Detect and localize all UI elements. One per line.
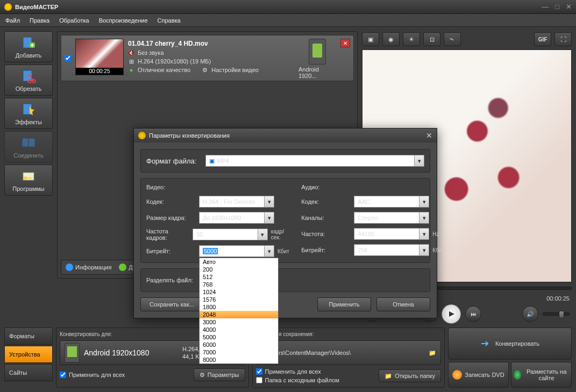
audio-codec-combo[interactable]: AAC▾ [354, 196, 429, 208]
file-device[interactable]: Android 1920... [298, 39, 336, 79]
adjust-tool[interactable]: ◉ [382, 32, 400, 46]
publish-button[interactable]: Разместить на сайте [511, 362, 572, 388]
bitrate-option[interactable]: 5000 [200, 333, 278, 341]
bitrate-option[interactable]: 768 [200, 281, 278, 288]
info-button[interactable]: Информация [66, 263, 111, 271]
dialog-titlebar[interactable]: Параметры конвертирования ✕ [134, 129, 437, 142]
menu-edit[interactable]: Правка [30, 17, 49, 24]
frame-tool[interactable]: ⊡ [423, 32, 440, 46]
bitrate-option[interactable]: 1800 [200, 303, 278, 311]
sidebar: Добавить Обрезать Эффекты Соединить Прог… [4, 31, 53, 323]
file-thumbnail[interactable]: 00:00:25 [75, 39, 124, 75]
sidebar-cut[interactable]: Обрезать [4, 65, 53, 96]
folder-path[interactable]: C:\Users\ContentManager\Videos\ 📁 [256, 340, 442, 365]
bitrate-option[interactable]: Авто [200, 258, 278, 266]
cancel-button[interactable]: Отмена [376, 297, 430, 311]
params-button[interactable]: ⚙Параметры [194, 368, 245, 381]
apply-button[interactable]: Применить [317, 297, 371, 311]
svg-rect-6 [22, 138, 29, 147]
maximize-button[interactable]: □ [555, 3, 559, 11]
menu-playback[interactable]: Воспроизведение [99, 17, 148, 24]
gear-icon: ⚙ [200, 372, 205, 379]
bitrate-option[interactable]: 200 [200, 266, 278, 273]
bitrate-option[interactable]: 7000 [200, 348, 278, 356]
audio-freq-combo[interactable]: 44100▾ [354, 228, 429, 240]
file-settings-link[interactable]: Настройки видео [211, 67, 259, 73]
file-remove-button[interactable]: ✕ [340, 39, 350, 47]
burn-dvd-button[interactable]: Записать DVD [448, 362, 509, 388]
convert-button[interactable]: Конвертировать [448, 327, 572, 360]
android-icon [65, 343, 80, 362]
bitrate-option[interactable]: 1024 [200, 288, 278, 296]
audio-bitrate-combo[interactable]: 256▾ [354, 244, 429, 256]
sidebar-join[interactable]: Соединить [4, 131, 53, 162]
next-button[interactable]: ⏭ [465, 306, 481, 322]
file-item[interactable]: 00:00:25 01.04.17 cherry_4 HD.mov 🔇Без з… [61, 35, 354, 81]
crop-tool[interactable]: ▣ [362, 32, 379, 46]
tab-devices[interactable]: Устройства [4, 346, 53, 363]
same-folder-checkbox[interactable]: Папка с исходным файлом [256, 377, 339, 383]
android-icon [309, 39, 326, 65]
video-bitrate-combo[interactable]: 5000▾ Авто 200 512 768 1024 1576 1800 2 [199, 245, 274, 257]
bitrate-option[interactable]: 2048 [200, 311, 278, 318]
close-button[interactable]: ✕ [566, 3, 572, 11]
file-name: 01.04.17 cherry_4 HD.mov [128, 40, 294, 47]
convert-params-dialog: Параметры конвертирования ✕ Формат файла… [133, 128, 437, 318]
app-title: ВидеоМАСТЕР [15, 4, 542, 10]
brightness-tool[interactable]: ☀ [403, 32, 420, 46]
folder-panel: Папка для сохранения: C:\Users\ContentMa… [252, 327, 445, 388]
folder-icon: 📁 [385, 373, 392, 380]
speed-tool[interactable]: ᯓ [444, 32, 461, 46]
bitrate-option[interactable]: 8000 [200, 356, 278, 364]
menu-file[interactable]: Файл [5, 17, 20, 24]
open-folder-button[interactable]: 📁Открыть папку [379, 369, 441, 382]
bitrate-option[interactable]: 1576 [200, 296, 278, 303]
svg-point-9 [24, 176, 27, 180]
sidebar-programs[interactable]: Программы [4, 165, 53, 196]
app-icon [4, 3, 12, 11]
quality-icon: ● [128, 67, 134, 73]
fullscreen-button[interactable]: ⛶ [554, 32, 572, 46]
chevron-down-icon: ▾ [414, 155, 424, 166]
format-combo[interactable]: ▣MP4▾ [205, 155, 424, 167]
audio-channels-combo[interactable]: Стерео▾ [354, 212, 429, 224]
video-fps-combo[interactable]: 30▾ [193, 229, 268, 240]
action-panel: Конвертировать Записать DVD Разместить н… [448, 327, 572, 388]
file-checkbox[interactable] [65, 55, 71, 61]
play-button[interactable] [442, 304, 461, 324]
bitrate-dropdown: Авто 200 512 768 1024 1576 1800 2048 300… [199, 258, 279, 364]
menu-process[interactable]: Обработка [59, 17, 89, 24]
minimize-button[interactable]: — [542, 3, 549, 11]
sidebar-effects[interactable]: Эффекты [4, 98, 53, 129]
bitrate-option[interactable]: 3000 [200, 318, 278, 326]
menu-help[interactable]: Справка [158, 17, 181, 24]
menubar: Файл Правка Обработка Воспроизведение Сп… [0, 14, 576, 27]
gear-icon: ⚙ [202, 67, 208, 73]
dialog-icon [138, 132, 146, 139]
svg-rect-10 [27, 177, 32, 179]
file-duration: 00:00:25 [76, 68, 123, 75]
video-codec-combo[interactable]: H.264 - For Devices▾ [199, 196, 274, 208]
volume-slider[interactable] [543, 312, 570, 316]
apply-all-folder-checkbox[interactable]: Применить для всех [256, 368, 339, 375]
bitrate-option[interactable]: 4000 [200, 326, 278, 333]
sidebar-add[interactable]: Добавить [4, 31, 53, 62]
bitrate-option[interactable]: 6000 [200, 341, 278, 348]
info-icon [66, 263, 73, 271]
apply-all-checkbox[interactable]: Применить для всех [60, 372, 125, 378]
gif-button[interactable]: GIF [534, 32, 551, 46]
titlebar: ВидеоМАСТЕР — □ ✕ [0, 0, 576, 14]
save-as-button[interactable]: Сохранить как... [140, 297, 203, 311]
speaker-icon: 🔇 [128, 49, 134, 56]
bitrate-option[interactable]: 512 [200, 273, 278, 281]
duplicate-icon [119, 263, 126, 271]
codec-icon: ⊞ [128, 58, 134, 65]
tab-formats[interactable]: Форматы [4, 327, 53, 345]
video-size-combo[interactable]: До 1920x1080▾ [199, 212, 274, 224]
folder-icon[interactable]: 📁 [429, 350, 436, 357]
globe-icon [514, 370, 521, 380]
tab-sites[interactable]: Сайты [4, 364, 53, 381]
svg-rect-7 [29, 138, 35, 147]
volume-button[interactable]: 🔊 [522, 306, 538, 322]
dialog-close-button[interactable]: ✕ [426, 131, 432, 140]
